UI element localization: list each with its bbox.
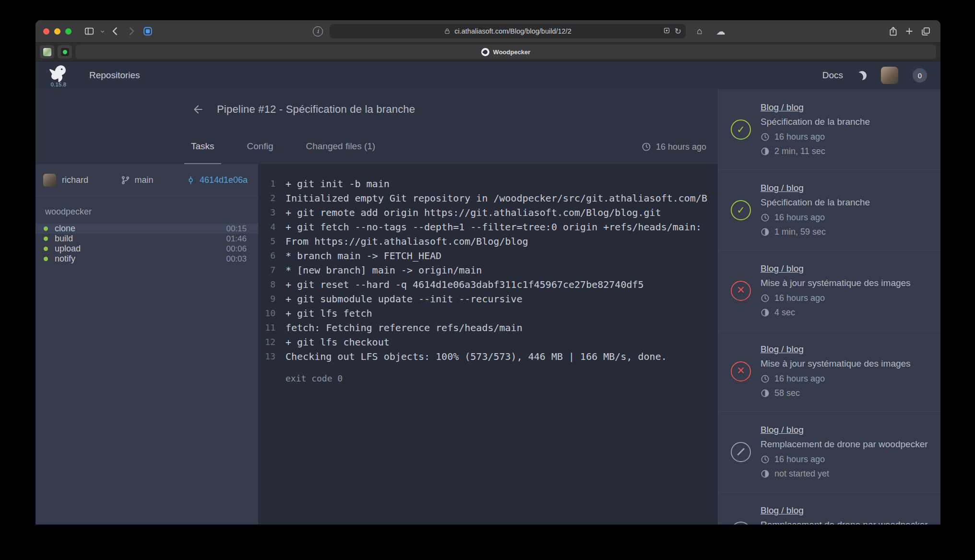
lock-icon [444, 28, 451, 35]
steps-panel: richard main 4614d1e06a woodpecker [36, 164, 258, 524]
clock-icon [761, 132, 770, 142]
log-line: 2 Initialized empty Git repository in /w… [258, 191, 718, 205]
step-name: notify [55, 254, 75, 264]
exit-code: exit code 0 [258, 373, 718, 383]
build-entry[interactable]: Blog / blog Mise à jour systématique des… [718, 250, 940, 331]
pinned-tab-1[interactable] [40, 45, 54, 59]
minimize-button[interactable] [54, 28, 60, 35]
build-entry[interactable]: Blog / blog Mise à jour systématique des… [718, 331, 940, 412]
build-repo-link[interactable]: Blog / blog [761, 183, 804, 193]
window-controls [43, 28, 71, 35]
step-name: build [55, 234, 73, 244]
pipeline-tab[interactable]: Tasks [184, 130, 221, 164]
build-repo-link[interactable]: Blog / blog [761, 344, 804, 355]
build-duration-row: 58 sec [761, 388, 911, 398]
build-duration: not started yet [774, 469, 829, 479]
forward-button[interactable] [124, 24, 139, 38]
queue-count-badge[interactable]: 0 [913, 68, 927, 83]
step-row[interactable]: upload 00:06 [36, 244, 258, 254]
log-line: 12 + git lfs checkout [258, 335, 718, 349]
build-repo-link[interactable]: Blog / blog [761, 425, 804, 435]
extension-icon[interactable] [663, 27, 670, 36]
build-time-ago: 16 hours ago [774, 293, 825, 303]
build-entry[interactable]: Blog / blog Spécification de la branche … [718, 170, 940, 250]
sidebar-toggle-icon[interactable] [82, 24, 96, 38]
build-repo-link[interactable]: Blog / blog [761, 102, 804, 113]
new-tab-button[interactable] [902, 24, 916, 38]
share-button[interactable] [886, 24, 900, 38]
duration-icon [761, 227, 770, 237]
clock-icon [761, 294, 770, 303]
pinned-tab-2[interactable] [58, 45, 72, 59]
branch-icon [121, 176, 130, 185]
start-page-icon[interactable] [141, 24, 155, 38]
step-row[interactable]: clone 00:15 [36, 224, 258, 234]
step-status-dot [44, 257, 48, 261]
log-line: 4 + git fetch --no-tags --depth=1 --filt… [258, 220, 718, 234]
clock-icon [761, 213, 770, 222]
build-entry[interactable]: Blog / blog Remplacement de drone par wo… [718, 412, 940, 492]
zoom-button[interactable] [65, 28, 71, 35]
page-info-icon[interactable]: i [313, 26, 323, 36]
logo-block[interactable]: 0.15.8 [49, 64, 68, 87]
tab-overview-button[interactable] [918, 24, 933, 38]
pipeline-tab[interactable]: Changed files (1) [299, 130, 382, 164]
build-time-row: 16 hours ago [761, 132, 870, 142]
commit-link[interactable]: 4614d1e06a [186, 175, 248, 185]
step-row[interactable]: notify 00:03 [36, 254, 258, 264]
reload-button[interactable]: ↻ [675, 27, 681, 36]
build-entry[interactable]: Blog / blog Remplacement de drone par wo… [718, 492, 940, 524]
commit-branch[interactable]: main [121, 175, 153, 185]
nav-repositories-link[interactable]: Repositories [89, 70, 140, 81]
build-duration-row: 1 min, 59 sec [761, 227, 870, 237]
pinned-tab-2-favicon [61, 48, 69, 56]
commit-icon [186, 176, 195, 185]
log-line: 10 + git lfs fetch [258, 306, 718, 321]
log-line-text: + git lfs fetch [275, 306, 372, 321]
back-button[interactable] [108, 24, 122, 38]
build-entry-body: Blog / blog Mise à jour systématique des… [761, 344, 911, 398]
close-button[interactable] [43, 28, 49, 35]
build-repo-link[interactable]: Blog / blog [761, 263, 804, 274]
build-repo-link[interactable]: Blog / blog [761, 505, 804, 516]
cloud-tabs-button[interactable]: ☁ [713, 24, 728, 38]
pipeline-tab[interactable]: Config [240, 130, 280, 164]
dark-mode-toggle-icon[interactable] [857, 71, 867, 80]
back-arrow-icon[interactable] [192, 103, 204, 116]
author-avatar [43, 174, 56, 187]
sidebar-caret-icon[interactable] [98, 24, 106, 38]
log-line: 1 + git init -b main [258, 177, 718, 191]
pipeline-header: Pipeline #12 - Spécification de la branc… [36, 89, 718, 130]
build-status-icon [731, 442, 751, 462]
build-description: Mise à jour systématique des images [761, 358, 911, 369]
user-avatar[interactable] [881, 67, 898, 84]
pipeline-main: Pipeline #12 - Spécification de la branc… [36, 89, 718, 524]
duration-icon [761, 308, 770, 317]
build-entry-body: Blog / blog Mise à jour systématique des… [761, 263, 911, 318]
home-button[interactable]: ⌂ [692, 24, 707, 38]
step-row[interactable]: build 01:46 [36, 234, 258, 244]
step-status-dot [44, 226, 48, 231]
app-version: 0.15.8 [51, 82, 66, 87]
duration-icon [761, 469, 770, 478]
build-status-icon [731, 522, 751, 525]
build-entry[interactable]: Blog / blog Spécification de la branche … [718, 89, 940, 170]
log-line-number: 6 [258, 249, 275, 263]
build-status-icon [731, 281, 751, 301]
address-bar[interactable]: ci.athaliasoft.com/Blog/blog/build/12/2 … [330, 24, 686, 38]
build-time-ago: 16 hours ago [774, 454, 825, 465]
author-name: richard [62, 175, 88, 185]
build-entry-body: Blog / blog Remplacement de drone par wo… [761, 425, 928, 479]
log-line: 9 + git submodule update --init --recurs… [258, 292, 718, 306]
log-line-text: + git submodule update --init --recursiv… [275, 292, 523, 306]
log-line-text: + git init -b main [275, 177, 390, 191]
log-line-text: * [new branch] main -> origin/main [275, 263, 482, 277]
log-line: 13 Checking out LFS objects: 100% (573/5… [258, 349, 718, 364]
nav-docs-link[interactable]: Docs [822, 70, 843, 81]
log-line: 5 From https://git.athaliasoft.com/Blog/… [258, 234, 718, 249]
pipeline-created-text: 16 hours ago [656, 142, 706, 152]
log-line-text: Initialized empty Git repository in /woo… [275, 191, 707, 205]
log-line-number: 13 [258, 349, 275, 364]
log-line: 7 * [new branch] main -> origin/main [258, 263, 718, 277]
tab-woodpecker[interactable]: Woodpecker [75, 45, 936, 59]
